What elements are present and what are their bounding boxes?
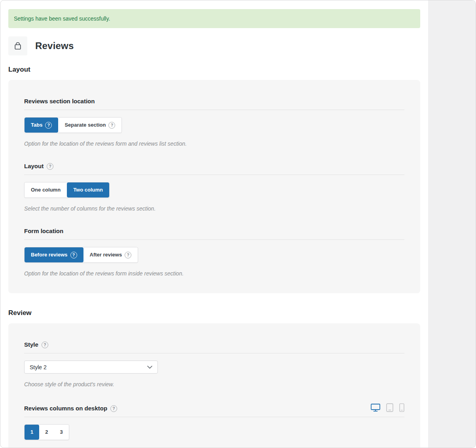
- option-label: 1: [30, 429, 33, 436]
- field-style: Style ? Style 2 Choose style of the prod…: [24, 341, 404, 388]
- field-description: Select the number of columns for the rev…: [24, 205, 404, 213]
- option-one-column[interactable]: One column: [25, 182, 67, 197]
- settings-window: Settings have been saved successfully. R…: [0, 0, 476, 448]
- option-two-column[interactable]: Two column: [67, 182, 109, 197]
- right-rail: [428, 0, 476, 448]
- field-head: Reviews section location: [24, 98, 404, 110]
- option-columns-3[interactable]: 3: [54, 425, 68, 440]
- help-icon[interactable]: ?: [108, 122, 115, 129]
- form-location-toggle: Before reviews ? After reviews ?: [24, 247, 138, 263]
- option-label: 3: [60, 429, 63, 436]
- field-reviews-section-location: Reviews section location Tabs ? Separate…: [24, 98, 404, 148]
- select-value: Style 2: [30, 364, 47, 370]
- option-label: After reviews: [90, 251, 122, 258]
- desktop-icon[interactable]: [371, 404, 380, 412]
- bag-icon: [8, 36, 27, 55]
- option-label: Separate section: [64, 121, 106, 129]
- help-icon[interactable]: ?: [45, 122, 52, 129]
- help-icon[interactable]: ?: [125, 252, 131, 258]
- alert-message: Settings have been saved successfully.: [14, 15, 110, 22]
- field-label: Layout: [24, 163, 44, 170]
- option-label: Tabs: [31, 121, 42, 129]
- option-label: Before reviews: [31, 251, 68, 258]
- page-title: Reviews: [35, 40, 74, 51]
- chevron-down-icon: [147, 366, 152, 369]
- layout-panel: Reviews section location Tabs ? Separate…: [8, 80, 420, 293]
- field-description: Choose style of the product's review.: [24, 380, 404, 388]
- success-alert: Settings have been saved successfully.: [8, 9, 420, 28]
- field-head: Form location: [24, 228, 404, 240]
- field-reviews-columns-desktop: Reviews columns on desktop ?: [24, 403, 404, 448]
- mobile-icon[interactable]: [399, 403, 404, 412]
- section-title-layout: Layout: [8, 66, 420, 74]
- device-switcher: [371, 403, 404, 412]
- field-layout: Layout ? One column Two column Select th…: [24, 163, 404, 213]
- option-label: Two column: [73, 186, 103, 194]
- option-columns-1[interactable]: 1: [25, 425, 39, 440]
- field-head: Layout ?: [24, 163, 404, 175]
- field-description: Option for the location of the reviews f…: [24, 270, 404, 277]
- help-icon[interactable]: ?: [42, 342, 48, 348]
- option-separate-section[interactable]: Separate section ?: [58, 118, 121, 133]
- field-head: Style ?: [24, 341, 404, 353]
- main-content: Settings have been saved successfully. R…: [0, 0, 428, 448]
- columns-count-toggle: 1 2 3: [24, 424, 69, 440]
- help-icon[interactable]: ?: [47, 163, 53, 170]
- help-icon[interactable]: ?: [110, 405, 117, 412]
- field-head: Reviews columns on desktop ?: [24, 403, 404, 417]
- option-label: One column: [31, 186, 61, 194]
- reviews-section-location-toggle: Tabs ? Separate section ?: [24, 117, 122, 133]
- section-title-review: Review: [8, 309, 420, 317]
- review-panel: Style ? Style 2 Choose style of the prod…: [8, 323, 420, 448]
- option-tabs[interactable]: Tabs ?: [25, 118, 58, 133]
- field-label: Reviews section location: [24, 98, 95, 105]
- field-form-location: Form location Before reviews ? After rev…: [24, 228, 404, 277]
- option-before-reviews[interactable]: Before reviews ?: [25, 247, 83, 262]
- option-columns-2[interactable]: 2: [39, 425, 54, 440]
- help-icon[interactable]: ?: [70, 252, 77, 258]
- field-label: Style: [24, 341, 38, 348]
- style-select[interactable]: Style 2: [24, 361, 158, 374]
- option-label: 2: [45, 429, 48, 436]
- field-description: Option for the location of the reviews f…: [24, 140, 404, 148]
- field-label: Form location: [24, 228, 63, 235]
- tablet-icon[interactable]: [386, 403, 393, 412]
- field-label: Reviews columns on desktop: [24, 405, 107, 412]
- option-after-reviews[interactable]: After reviews ?: [83, 247, 138, 262]
- field-description: Select the number of columns for the pro…: [24, 447, 404, 448]
- layout-columns-toggle: One column Two column: [24, 182, 110, 198]
- page-header: Reviews: [8, 36, 420, 55]
